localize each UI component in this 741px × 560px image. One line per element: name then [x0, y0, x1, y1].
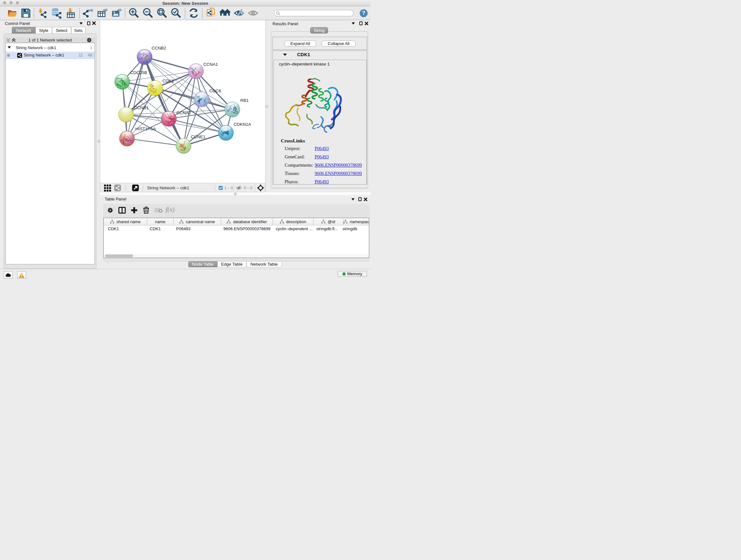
- svg-text:CCNB1: CCNB1: [134, 105, 149, 110]
- svg-text:CCNB2: CCNB2: [151, 46, 166, 51]
- svg-text:CCNA1: CCNA1: [203, 62, 218, 67]
- svg-text:CDC6: CDC6: [209, 88, 221, 93]
- svg-text:RB1: RB1: [240, 98, 249, 103]
- svg-text:CDKN1A: CDKN1A: [233, 122, 251, 127]
- svg-text:CCNE1: CCNE1: [191, 134, 205, 139]
- svg-text:CDK1: CDK1: [162, 78, 174, 83]
- svg-text:CCNA2: CCNA2: [177, 111, 191, 115]
- svg-text:CDC25B: CDC25B: [130, 70, 147, 75]
- svg-text:HIST1H1A: HIST1H1A: [135, 126, 156, 131]
